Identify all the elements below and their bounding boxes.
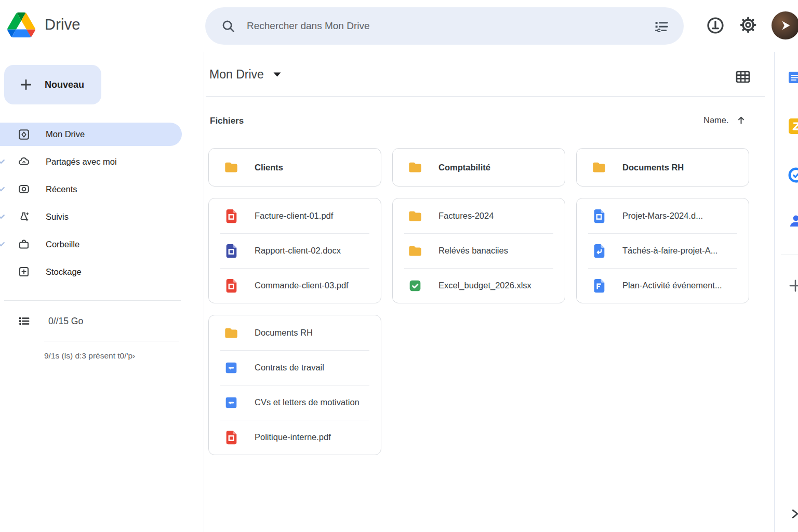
file-row[interactable]: Projet-Mars-2024.d... (577, 198, 749, 233)
doc-icon (591, 208, 607, 224)
file-name: Contrats de travail (255, 363, 324, 373)
file-name: Documents RH (255, 328, 313, 338)
folder-row[interactable]: Documents RH (209, 315, 381, 350)
search-options-icon[interactable] (653, 18, 669, 34)
keep-app-icon[interactable] (788, 118, 798, 135)
tasks-app-icon[interactable] (787, 166, 798, 184)
file-row[interactable]: Politique-interne.pdf (209, 420, 381, 455)
file-row[interactable]: Excel_budget_2026.xlsx (393, 268, 565, 303)
folder-icon (591, 159, 607, 175)
folder-icon (407, 208, 423, 224)
file-row[interactable]: Rapport-client-02.docx (209, 233, 381, 268)
search-input[interactable]: Rechercher dans Mon Drive (205, 7, 684, 45)
pdf-icon (223, 430, 239, 445)
file-card: Projet-Mars-2024.d...Táchés-à-faire-proj… (576, 198, 749, 303)
page-title: Mon Drive (209, 68, 264, 82)
folder-row[interactable]: Documents RH (577, 149, 749, 186)
shared-cloud-icon (18, 155, 30, 168)
breadcrumb[interactable]: Mon Drive (209, 68, 281, 82)
folder-icon (407, 159, 423, 175)
sidebar-item-shared-with-me[interactable]: Partagés avec moi (0, 150, 182, 173)
pdf-icon (223, 208, 239, 224)
file-name: CVs et letters de motivation (255, 397, 360, 407)
files-section-label: Fichiers (210, 116, 244, 126)
grid-view-icon[interactable] (735, 69, 751, 85)
settings-gear-icon[interactable] (738, 15, 759, 35)
file-row[interactable]: Táchés-à-faire-projet-A... (577, 233, 749, 268)
file-grid-column: ClientsFacture-client-01.pdfRapport-clie… (208, 148, 381, 455)
new-button-label: Nouveau (45, 79, 84, 90)
storage-quota-row[interactable]: 0//15 Go (17, 314, 83, 328)
search-icon[interactable] (221, 19, 235, 33)
side-panel-divider (781, 255, 798, 255)
sidebar-divider (4, 300, 181, 301)
folder-icon (407, 243, 423, 259)
sidebar-item-trash[interactable]: Corbeille (0, 233, 182, 256)
file-name: Projet-Mars-2024.d... (622, 211, 703, 221)
file-name: Factures-2024 (438, 211, 494, 221)
activity-icon[interactable] (705, 15, 726, 36)
hide-panel-chevron-icon[interactable] (788, 507, 798, 521)
file-card: Facture-client-01.pdfRapport-client-02.d… (208, 198, 381, 303)
sort-arrow-up-icon (736, 115, 747, 126)
file-name: Plan-Activité événement... (622, 281, 722, 290)
docx-icon (223, 243, 239, 259)
main-content: Mon Drive Fichiers Nəme. ClientsFacture-… (204, 52, 775, 532)
sidebar-item-label: Corbeille (46, 240, 79, 249)
file-card: Clients (208, 148, 381, 187)
sidebar-item-label: Suivis (46, 212, 69, 222)
file-card: Comptabilité (392, 148, 565, 187)
folder-row[interactable]: Clients (209, 149, 381, 186)
sidebar-item-label: Stockage (46, 267, 82, 277)
folder-row[interactable]: Comptabilité (393, 149, 565, 186)
folder-blue-icon (223, 360, 239, 376)
file-grid-column: ComptabilitéFactures-2024Relévés banacii… (392, 148, 565, 303)
sidebar-item-recent[interactable]: Récents (0, 178, 182, 201)
storage-quota: 0//15 Go (48, 316, 83, 327)
app-title: Drive (45, 16, 81, 33)
sidebar-item-mon-drive[interactable]: Mon Drive (0, 123, 182, 146)
folder-row[interactable]: Contrats de travail (209, 350, 381, 385)
file-card: Documents RH (576, 148, 749, 187)
file-name: Táchés-à-faire-projet-A... (622, 246, 717, 256)
file-name: Facture-client-01.pdf (255, 211, 333, 221)
file-row[interactable]: Facture-client-01.pdf (209, 198, 381, 233)
drive-logo-icon[interactable] (7, 12, 35, 38)
folder-icon (223, 159, 239, 175)
sort-control[interactable]: Nəme. (703, 115, 747, 126)
storage-icon (18, 265, 30, 278)
file-name: Politique-interne.pdf (255, 432, 331, 442)
file-name: Excel_budget_2026.xlsx (438, 281, 531, 290)
folder-row[interactable]: Relévés banaciies (393, 233, 565, 268)
file-name: Comptabilité (438, 163, 490, 172)
sidebar-item-label: Partagés avec moi (46, 157, 117, 167)
search-placeholder: Rechercher dans Mon Drive (247, 20, 370, 32)
add-addon-icon[interactable] (787, 277, 798, 294)
file-grid-column: Documents RHProjet-Mars-2024.d...Táchés-… (576, 148, 749, 303)
folder-row[interactable]: CVs et letters de motivation (209, 385, 381, 420)
new-button[interactable]: Nouveau (4, 65, 101, 104)
my-drive-icon (18, 128, 30, 141)
file-name: Rapport-client-02.docx (255, 246, 341, 256)
google-drive-window: Drive Rechercher dans Mon Drive (0, 0, 798, 532)
calendar-app-icon[interactable] (788, 70, 798, 85)
trash-icon (18, 238, 30, 250)
side-panel (774, 52, 798, 532)
plus-icon (19, 77, 33, 92)
file-row[interactable]: Plan-Activité événement... (577, 268, 749, 303)
sidebar-item-followed[interactable]: Suivis (0, 205, 182, 228)
caret-down-icon (273, 72, 281, 77)
storage-divider (44, 341, 179, 341)
file-row[interactable]: Commande-client-03.pdf (209, 268, 381, 303)
file-name: Clients (255, 163, 283, 172)
sidebar-item-label: Mon Drive (46, 129, 85, 139)
sort-label: Nəme. (703, 115, 729, 125)
header-divider (206, 96, 765, 97)
sidebar-item-label: Récents (46, 184, 77, 194)
file-name: Documents RH (622, 163, 684, 172)
avatar[interactable] (772, 11, 798, 39)
top-bar: Drive Rechercher dans Mon Drive (0, 0, 798, 52)
folder-row[interactable]: Factures-2024 (393, 198, 565, 233)
sidebar-item-storage[interactable]: Stockage (0, 260, 182, 283)
contacts-app-icon[interactable] (788, 213, 798, 229)
